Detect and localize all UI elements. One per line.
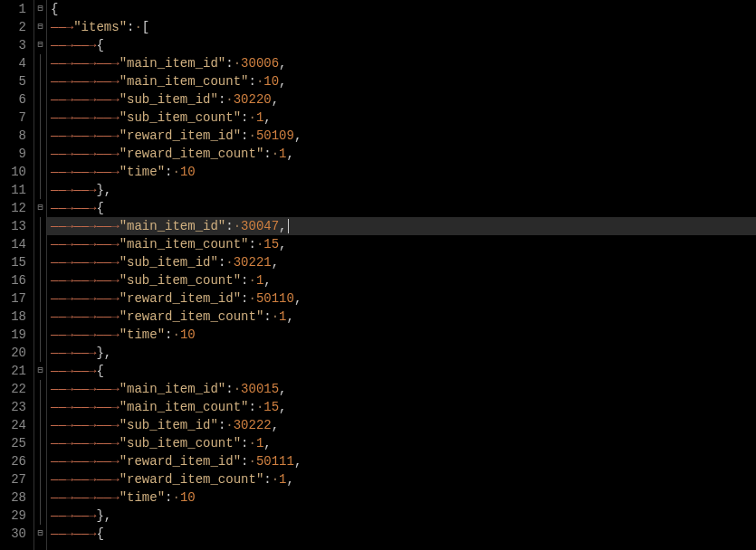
- line-number: 2: [4, 18, 26, 36]
- json-key: "time": [120, 490, 165, 505]
- tab-arrow-icon: ——→: [96, 418, 119, 432]
- code-line[interactable]: ——→——→{: [47, 525, 756, 543]
- tab-arrow-icon: ——→: [51, 346, 73, 360]
- tab-arrow-icon: ——→: [96, 56, 119, 71]
- json-key: "sub_item_count": [120, 273, 241, 288]
- code-line[interactable]: ——→——→——→"sub_item_count":·1,: [47, 434, 756, 452]
- whitespace-dot-icon: ·: [248, 436, 255, 450]
- line-number: 29: [4, 507, 26, 525]
- json-key: "items": [73, 20, 127, 34]
- fold-toggle-icon[interactable]: ⊟: [34, 525, 46, 543]
- line-number: 7: [4, 109, 26, 127]
- code-line[interactable]: ——→——→——→"main_item_count":·10,: [47, 72, 756, 90]
- tab-arrow-icon: ——→: [73, 346, 96, 360]
- tab-arrow-icon: ——→: [73, 309, 96, 324]
- json-key: "main_item_id": [120, 219, 226, 233]
- tab-arrow-icon: ——→: [51, 436, 73, 450]
- punctuation: ,: [294, 291, 301, 306]
- code-line[interactable]: ——→——→},: [47, 507, 756, 525]
- fold-guide: [34, 326, 46, 344]
- code-line[interactable]: ——→——→——→"time":·10: [47, 163, 756, 181]
- tab-arrow-icon: ——→: [51, 508, 73, 523]
- whitespace-dot-icon: ·: [248, 454, 255, 469]
- line-number: 13: [4, 217, 26, 235]
- punctuation: },: [96, 183, 111, 197]
- code-line[interactable]: ——→——→——→"main_item_id":·30015,: [47, 380, 756, 398]
- tab-arrow-icon: ——→: [73, 382, 96, 396]
- tab-arrow-icon: ——→: [73, 219, 96, 233]
- fold-toggle-icon[interactable]: ⊟: [34, 18, 46, 36]
- tab-arrow-icon: ——→: [51, 56, 73, 71]
- json-number: 30047: [241, 219, 279, 233]
- tab-arrow-icon: ——→: [73, 255, 96, 270]
- code-line[interactable]: ——→——→——→"sub_item_id":·30221,: [47, 253, 756, 271]
- fold-guide: [34, 109, 46, 127]
- fold-guide: [34, 344, 46, 362]
- code-line[interactable]: ——→——→——→"reward_item_count":·1,: [47, 470, 756, 488]
- code-line[interactable]: ——→——→{: [47, 362, 756, 380]
- code-line[interactable]: ——→——→{: [47, 199, 756, 217]
- fold-toggle-icon[interactable]: ⊟: [34, 362, 46, 380]
- fold-toggle-icon[interactable]: ⊟: [34, 199, 46, 217]
- line-number: 15: [4, 253, 26, 271]
- fold-guide: [34, 163, 46, 181]
- code-line[interactable]: ——→——→——→"main_item_id":·30047,: [47, 217, 756, 235]
- json-number: 30221: [234, 255, 272, 270]
- code-line[interactable]: ——→——→——→"time":·10: [47, 326, 756, 344]
- code-line[interactable]: ——→——→——→"main_item_count":·15,: [47, 398, 756, 416]
- json-key: "main_item_count": [120, 74, 249, 89]
- line-number: 24: [4, 416, 26, 434]
- json-number: 1: [279, 147, 286, 161]
- colon: :: [248, 74, 255, 89]
- json-key: "sub_item_id": [120, 255, 218, 270]
- fold-toggle-icon[interactable]: ⊟: [34, 0, 46, 18]
- code-line[interactable]: ——→——→——→"reward_item_id":·50109,: [47, 127, 756, 145]
- line-number: 9: [4, 145, 26, 163]
- code-area[interactable]: {——→"items":·[——→——→{——→——→——→"main_item…: [47, 0, 756, 550]
- whitespace-dot-icon: ·: [172, 490, 179, 505]
- fold-toggle-icon[interactable]: ⊟: [34, 36, 46, 54]
- code-line[interactable]: ——→——→——→"reward_item_id":·50111,: [47, 452, 756, 470]
- code-line[interactable]: ——→——→——→"sub_item_id":·30220,: [47, 90, 756, 109]
- code-line[interactable]: ——→——→——→"reward_item_count":·1,: [47, 308, 756, 326]
- tab-arrow-icon: ——→: [51, 526, 73, 541]
- punctuation: ,: [287, 472, 294, 487]
- punctuation: {: [96, 526, 103, 541]
- punctuation: ,: [294, 128, 301, 143]
- line-number: 5: [4, 72, 26, 90]
- code-line[interactable]: ——→——→——→"sub_item_count":·1,: [47, 271, 756, 289]
- json-key: "reward_item_id": [120, 128, 241, 143]
- tab-arrow-icon: ——→: [51, 110, 73, 125]
- tab-arrow-icon: ——→: [51, 147, 73, 161]
- code-line[interactable]: ——→——→——→"sub_item_count":·1,: [47, 109, 756, 127]
- code-line[interactable]: ——→——→——→"time":·10: [47, 488, 756, 507]
- fold-guide: [34, 72, 46, 90]
- line-number: 28: [4, 488, 26, 507]
- line-number: 23: [4, 398, 26, 416]
- json-number: 30220: [234, 92, 272, 107]
- tab-arrow-icon: ——→: [73, 508, 96, 523]
- code-line[interactable]: ——→——→——→"reward_item_id":·50110,: [47, 289, 756, 308]
- tab-arrow-icon: ——→: [51, 128, 73, 143]
- code-line[interactable]: ——→——→{: [47, 36, 756, 54]
- fold-guide: [34, 253, 46, 271]
- tab-arrow-icon: ——→: [73, 165, 96, 179]
- punctuation: ,: [272, 255, 279, 270]
- punctuation: ,: [272, 92, 279, 107]
- tab-arrow-icon: ——→: [96, 237, 119, 251]
- code-line[interactable]: ——→——→——→"main_item_count":·15,: [47, 235, 756, 253]
- json-key: "reward_item_id": [120, 454, 241, 469]
- code-line[interactable]: ——→——→},: [47, 344, 756, 362]
- fold-column[interactable]: ⊟⊟⊟⊟⊟⊟: [34, 0, 47, 550]
- code-line[interactable]: ——→——→——→"sub_item_id":·30222,: [47, 416, 756, 434]
- tab-arrow-icon: ——→: [73, 38, 96, 52]
- code-editor[interactable]: 1234567891011121314151617181920212223242…: [0, 0, 756, 550]
- tab-arrow-icon: ——→: [96, 490, 119, 505]
- punctuation: [: [142, 20, 149, 34]
- code-line[interactable]: ——→"items":·[: [47, 18, 756, 36]
- tab-arrow-icon: ——→: [96, 110, 119, 125]
- code-line[interactable]: {: [47, 0, 756, 18]
- code-line[interactable]: ——→——→},: [47, 181, 756, 199]
- code-line[interactable]: ——→——→——→"main_item_id":·30006,: [47, 54, 756, 72]
- code-line[interactable]: ——→——→——→"reward_item_count":·1,: [47, 145, 756, 163]
